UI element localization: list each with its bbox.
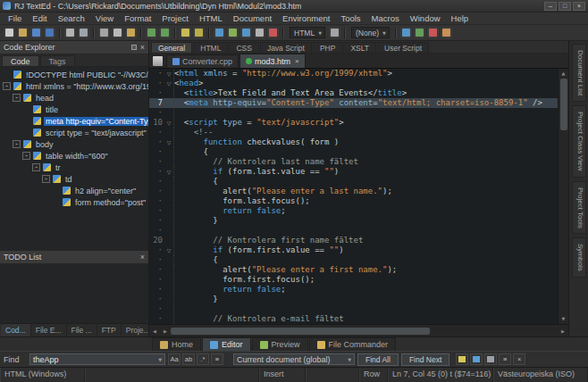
tree-expander-icon[interactable]: - [13,140,21,148]
code-text[interactable]: function checkvalues( form ) [174,137,558,147]
find-menu-icon[interactable]: ≡ [499,353,511,365]
tree-item-td[interactable]: -td [0,173,148,185]
lexer-tab-css[interactable]: CSS [229,42,258,53]
code-text[interactable]: { [174,177,558,187]
view-tab-preview[interactable]: Preview [252,337,308,351]
paste-icon[interactable] [125,27,137,38]
pin-icon[interactable] [131,45,137,50]
code-text[interactable]: <script type = "text/javascript"> [174,118,558,128]
code-text[interactable]: alert("Please enter a first name."); [174,265,558,275]
tree-item-body[interactable]: -body [0,138,148,150]
tab-tags[interactable]: Tags [40,55,75,66]
code-text[interactable]: // Kontrolera e-mail fältet [174,314,558,324]
lexer-tab-php[interactable]: PHP [313,42,342,53]
close-window-icon[interactable]: × [573,2,585,11]
code-line[interactable]: ·▽ if (form.last.value == "") [149,167,558,177]
code-line[interactable]: ·▽ if (form.first.value == "") [149,245,558,255]
replace-icon[interactable] [193,27,205,38]
code-text[interactable]: // Kontrolera first name fältet [174,236,558,245]
selection-only-icon[interactable]: ≡ [211,353,223,365]
percent-tool-icon[interactable] [329,27,340,38]
dock-tab-cod[interactable]: Cod... [1,324,31,336]
dock-tab-file-e[interactable]: File E... [31,324,67,336]
fold-marker-icon[interactable]: ▽ [164,118,174,128]
tab-code[interactable]: Code [2,55,39,66]
dock-tab-ftp[interactable]: FTP [97,324,122,336]
menu-item-html[interactable]: HTML [194,12,228,25]
code-text[interactable]: alert("Please enter a last name."); [174,187,558,196]
fold-marker-icon[interactable]: ▽ [164,137,174,147]
menu-item-tools[interactable]: Tools [335,12,365,25]
code-text[interactable]: } [174,216,558,226]
maximize-icon[interactable]: □ [559,2,571,11]
menu-item-edit[interactable]: Edit [27,12,52,25]
lexer-tab-html[interactable]: HTML [193,42,228,53]
close-todo-icon[interactable]: × [140,253,145,262]
find-dropdown-icon[interactable]: ▼ [158,357,162,362]
fold-marker-icon[interactable]: ▽ [164,167,174,177]
menu-item-window[interactable]: Window [405,12,446,25]
run-icon[interactable] [414,27,425,38]
code-line[interactable]: · [149,108,558,118]
scroll-right-end-icon[interactable]: ▶ [558,325,568,337]
lexer-tab-user-script[interactable]: User Script [377,42,429,53]
code-text[interactable] [174,304,558,314]
close-find-icon[interactable]: × [513,353,525,365]
code-text[interactable]: form.last.focus(); [174,196,558,206]
script-combo[interactable]: (None)▼ [351,27,390,38]
close-panel-icon[interactable]: × [140,44,145,52]
menu-item-view[interactable]: View [90,12,119,25]
cut-icon[interactable] [98,27,110,38]
undo-icon[interactable] [146,27,157,38]
code-line[interactable]: ·▽<head> [149,79,558,88]
code-line[interactable]: · alert("Please enter a last name."); [149,187,558,196]
minimize-icon[interactable]: – [544,2,557,11]
scroll-right-icon[interactable]: ▶ [160,325,171,337]
tree-item-form-method-post[interactable]: -form method="post" [0,196,148,208]
stop-icon[interactable] [427,27,439,38]
code-line[interactable]: ·▽<html xmlns = "http://www.w3.org/1999/… [149,69,558,79]
tree-item-title[interactable]: -title [0,104,148,115]
link-tool-icon[interactable] [240,27,252,38]
code-line[interactable]: · { [149,255,558,265]
save-all-icon[interactable] [44,27,55,38]
menu-item-help[interactable]: Help [446,12,475,25]
tree-item-table-width-600[interactable]: -table width="600" [0,150,148,162]
menu-item-format[interactable]: Format [119,12,156,25]
find-all-button[interactable]: Find All [357,353,399,366]
scroll-up-icon[interactable]: ▲ [559,69,569,79]
code-text[interactable]: { [174,147,558,157]
code-text[interactable]: form.first.focus(); [174,275,558,285]
code-text[interactable]: } [174,295,558,304]
hscroll-thumb[interactable] [171,328,430,335]
menu-item-document[interactable]: Document [228,12,277,25]
tree-item-h2-align-center[interactable]: -h2 align="center" [0,185,148,196]
tag-tool-icon[interactable] [214,27,225,38]
code-line[interactable]: · <!-- [149,128,558,137]
right-tab-project-class-view[interactable]: Project Class View [572,105,586,178]
code-line[interactable]: · // Kontrolera e-mail fältet [149,314,558,324]
find-icon[interactable] [180,27,191,38]
menu-item-file[interactable]: File [3,12,27,25]
whole-word-icon[interactable]: ab [182,353,195,365]
code-line[interactable]: 20 // Kontrolera first name fältet [149,236,558,245]
menu-item-environment[interactable]: Environment [277,12,335,25]
tree-item-script-type-text-javascr[interactable]: -script type = "text/javascript" [0,127,148,138]
menu-item-search[interactable]: Search [53,12,90,25]
code-text[interactable]: return false; [174,285,558,295]
code-line[interactable]: · form.last.focus(); [149,196,558,206]
code-text[interactable] [174,108,558,118]
highlight-all-icon[interactable] [456,353,468,365]
tree-expander-icon[interactable]: - [22,152,30,160]
count-results-icon[interactable] [484,353,497,365]
new-file-icon[interactable] [4,27,15,38]
lexer-tab-general[interactable]: General [151,42,192,53]
file-tab-mod3-htm[interactable]: mod3.htm× [239,54,306,68]
code-line[interactable]: 7 <meta http-equiv="Content-Type" conten… [149,98,558,108]
dock-tab-file[interactable]: File ... [67,324,97,336]
macro-record-icon[interactable] [441,27,452,38]
code-line[interactable]: 10▽ <script type = "text/javascript"> [149,118,558,128]
redo-icon[interactable] [159,27,171,38]
code-text[interactable]: // Kontrolera last name fältet [174,157,558,167]
code-text[interactable] [174,226,558,236]
